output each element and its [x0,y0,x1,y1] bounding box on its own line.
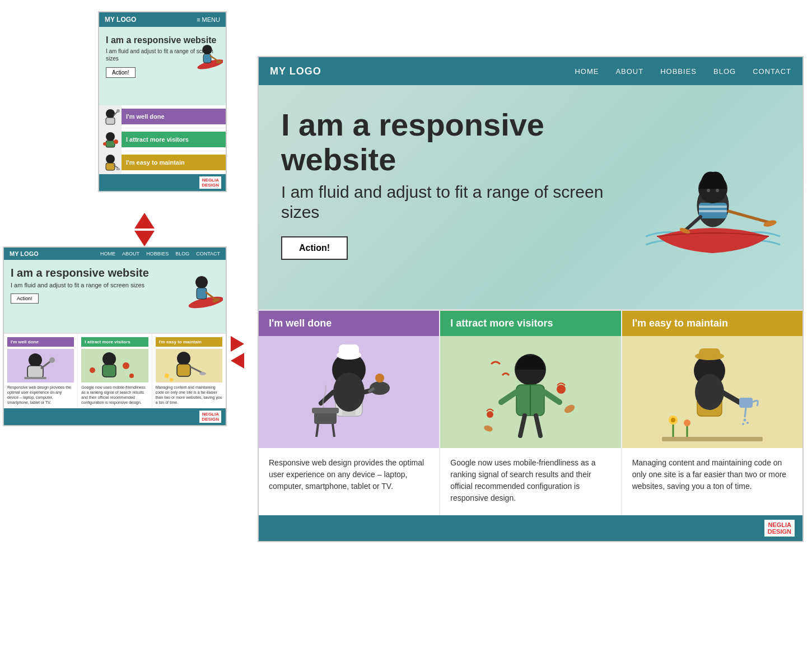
svg-rect-2 [203,54,211,63]
main-feat-img-3 [622,336,802,448]
main-hero: I am a responsive website I am fluid and… [259,85,802,309]
svg-line-84 [745,408,746,417]
main-logo: MY LOGO [270,66,321,77]
mobile-navbar: MY LOGO ≡ MENU [99,12,226,27]
desktop-small-feat-col-1: I'm well done Responsive web design prov… [4,334,78,408]
svg-point-12 [103,142,106,146]
main-features-section: I'm well done [259,309,802,515]
main-feat-text-3: Managing content and maintaining code on… [622,448,802,515]
desktop-small-feat-text-2: Google now uses mobile-friendliness as a… [81,385,148,405]
main-feat-img-2 [440,336,620,448]
desktop-small-canoe-illustration [172,264,223,309]
mobile-menu-button[interactable]: ≡ MENU [197,16,220,23]
main-nav-links: HOME ABOUT HOBBIES BLOG CONTACT [575,67,791,76]
desktop-small-footer-brand: NEGLIADESIGN [199,411,221,423]
mobile-feature-label-3: I'm easy to maintain [122,155,226,170]
desktop-small-nav-about[interactable]: ABOUT [122,251,139,257]
main-feat-header-2: I attract more visitors [440,311,620,336]
svg-rect-93 [662,437,763,441]
main-feat-text-2: Google now uses mobile-friendliness as a… [440,448,620,515]
mobile-feature-label-2: I attract more visitors [122,132,226,147]
desktop-small-nav-contact[interactable]: CONTACT [196,251,220,257]
svg-rect-40 [699,206,727,208]
svg-point-8 [116,109,120,113]
svg-point-36 [165,374,169,378]
desktop-small-footer: NEGLIADESIGN [4,408,226,425]
svg-point-73 [563,403,576,414]
desktop-small-nav-blog[interactable]: BLOG [175,251,189,257]
svg-point-37 [170,378,173,381]
main-nav-contact[interactable]: CONTACT [753,67,791,76]
main-nav-blog[interactable]: BLOG [713,67,736,76]
desktop-small-hero-cta[interactable]: Action! [11,293,39,304]
main-feat-img-1 [259,336,439,448]
svg-point-5 [106,109,115,118]
svg-point-35 [199,372,206,375]
svg-point-11 [114,139,118,144]
main-nav-home[interactable]: HOME [575,67,599,76]
svg-point-1 [202,45,212,55]
svg-point-71 [557,385,566,394]
svg-point-86 [746,422,749,424]
desktop-small-navbar: MY LOGO HOME ABOUT HOBBIES BLOG CONTACT [4,248,226,260]
main-feat-text-1: Responsive web design provides the optim… [259,448,439,515]
mobile-feature-icon-3 [99,151,122,174]
svg-rect-41 [699,210,727,212]
svg-point-27 [102,352,116,366]
desktop-small-feat-col-3: I'm easy to maintain Managing content an… [152,334,226,408]
svg-point-72 [487,411,493,418]
desktop-small-feat-text-3: Managing content and maintaining code on… [156,385,222,405]
svg-point-44 [716,189,719,192]
svg-point-32 [177,352,190,365]
svg-rect-26 [24,377,46,379]
desktop-small-feat-text-1: Responsive web design provides the optim… [7,385,74,405]
svg-point-31 [129,374,134,378]
mobile-feature-icon-1 [99,105,122,128]
mobile-logo: MY LOGO [105,16,136,24]
desktop-small-feat-img-1 [7,349,74,383]
mobile-hero-cta[interactable]: Action! [106,67,136,78]
svg-line-34 [190,367,202,372]
mobile-footer-brand: NEGLIADESIGN [199,176,221,189]
desktop-small-nav-hobbies[interactable]: HOBBIES [146,251,169,257]
desktop-small-feat-header-3: I'm easy to maintain [156,337,222,347]
svg-rect-6 [106,118,115,124]
main-footer: NEGLIADESIGN [259,515,802,541]
main-feat-col-3: I'm easy to maintain [622,311,802,515]
up-down-arrows [134,213,155,246]
main-hero-cta[interactable]: Action! [281,236,348,260]
desktop-small-hero: I am a responsive website I am fluid and… [4,260,226,333]
desktop-small-feat-col-2: I attract more visitors Google now uses … [78,334,152,408]
svg-point-22 [29,353,42,367]
svg-rect-10 [106,141,115,147]
mobile-footer: NEGLIADESIGN [99,174,226,191]
mobile-canoe-illustration [184,32,223,72]
desktop-small-nav-home[interactable]: HOME [100,251,115,257]
arrow-left-icon [231,353,244,369]
mobile-feature-row-3: I'm easy to maintain [99,151,226,174]
mobile-feature-label-1: I'm well done [122,109,226,124]
svg-rect-19 [197,288,207,299]
main-hero-title: I am a responsive website [281,108,662,176]
svg-rect-33 [177,364,190,376]
svg-point-43 [707,189,710,192]
svg-line-45 [729,211,769,222]
arrow-right-container [231,336,244,352]
mobile-hero: I am a responsive website I am fluid and… [99,27,226,105]
svg-point-25 [49,357,55,363]
svg-rect-83 [739,398,753,408]
main-nav-about[interactable]: ABOUT [615,67,643,76]
svg-rect-60 [314,412,337,424]
svg-line-69 [520,416,525,436]
main-feat-col-2: I attract more visitors [440,311,622,515]
main-footer-brand: NEGLIADESIGN [764,520,795,537]
svg-point-87 [742,423,744,425]
desktop-small-nav-links: HOME ABOUT HOBBIES BLOG CONTACT [100,251,220,257]
desktop-small-feat-header-2: I attract more visitors [81,337,148,347]
main-nav-hobbies[interactable]: HOBBIES [660,67,697,76]
svg-point-85 [743,419,746,422]
main-navbar: MY LOGO HOME ABOUT HOBBIES BLOG CONTACT [259,57,802,85]
svg-rect-51 [339,344,359,357]
main-canoe-illustration [640,108,786,264]
svg-line-68 [544,392,559,402]
